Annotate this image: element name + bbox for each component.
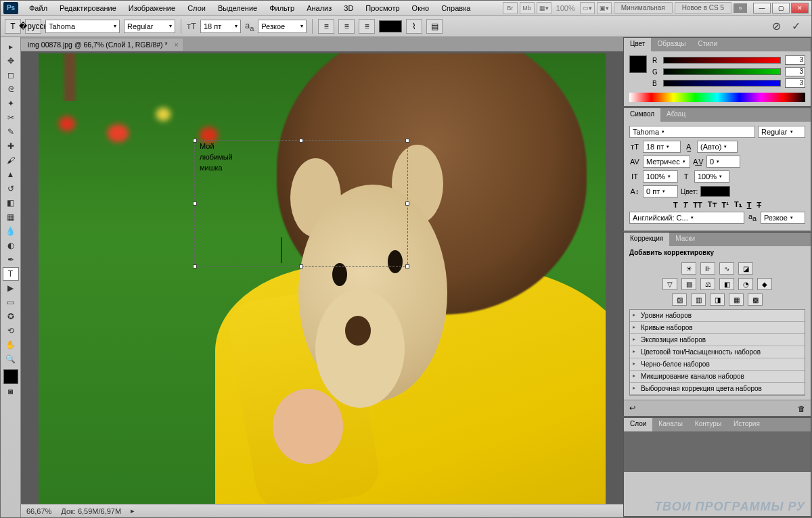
tab-adjustments[interactable]: Коррекция (624, 233, 669, 246)
document-tab[interactable]: img 00878.jpg @ 66,7% (Слой 1, RGB/8#) * (21, 39, 183, 51)
menu-edit[interactable]: Редактирование (54, 2, 122, 14)
r-value[interactable]: 3 (785, 55, 805, 65)
char-tracking-select[interactable]: 0 (706, 156, 740, 168)
adj-invert-icon[interactable]: ▨ (672, 293, 687, 306)
dodge-tool[interactable]: ◐ (3, 239, 19, 252)
menu-select[interactable]: Выделение (212, 2, 263, 14)
warp-text-button[interactable]: ⌇ (406, 19, 422, 34)
heal-tool[interactable]: ✚ (3, 139, 19, 153)
adj-bw-icon[interactable]: ◧ (719, 278, 734, 290)
tab-history[interactable]: История (727, 418, 766, 431)
color-fg-swatch[interactable] (629, 55, 647, 73)
g-slider[interactable] (663, 68, 781, 75)
tab-layers[interactable]: Слои (624, 418, 652, 431)
menu-file[interactable]: Файл (24, 2, 53, 14)
minimize-button[interactable]: — (753, 3, 771, 14)
menu-layers[interactable]: Слои (182, 2, 211, 14)
workspace-cs5[interactable]: Новое в CS 5 (675, 2, 731, 14)
b-value[interactable]: 3 (785, 78, 805, 88)
eyedropper-tool[interactable]: ✎ (3, 125, 19, 139)
r-slider[interactable] (663, 57, 781, 64)
menu-3d[interactable]: 3D (338, 2, 359, 14)
char-color-swatch[interactable] (700, 186, 730, 197)
zoom-readout[interactable]: 100% (554, 4, 578, 12)
font-weight-select[interactable]: Regular (124, 20, 175, 33)
tab-styles[interactable]: Стили (692, 38, 723, 51)
allcaps[interactable]: TT (693, 201, 702, 209)
maximize-button[interactable]: ▢ (772, 3, 790, 14)
preset-hue[interactable]: Цветовой тон/Насыщенность наборов (630, 346, 805, 358)
font-size-select[interactable]: 18 пт (200, 20, 241, 33)
tab-swatches[interactable]: Образцы (651, 38, 692, 51)
hand-tool[interactable]: ✋ (3, 338, 19, 352)
preset-curves[interactable]: Кривые наборов (630, 322, 805, 334)
char-vscale[interactable]: 100% (643, 170, 678, 183)
fg-bg-swatch[interactable] (3, 369, 18, 384)
adj-brightness-icon[interactable]: ☀ (681, 262, 696, 275)
cancel-edit-icon[interactable]: ⊘ (772, 20, 781, 32)
tab-color[interactable]: Цвет (624, 38, 651, 51)
commit-edit-icon[interactable]: ✓ (792, 20, 800, 32)
preset-levels[interactable]: Уровни наборов (630, 310, 805, 322)
superscript[interactable]: T¹ (722, 201, 729, 209)
zoom-tool[interactable]: 🔍 (3, 352, 19, 366)
menu-image[interactable]: Изображение (123, 2, 181, 14)
strikethrough[interactable]: T (757, 201, 761, 209)
adj-mixer-icon[interactable]: ◆ (757, 278, 772, 290)
menu-view[interactable]: Просмотр (360, 2, 405, 14)
g-value[interactable]: 3 (785, 67, 805, 76)
preset-bw[interactable]: Черно-белое наборов (630, 358, 805, 371)
char-hscale[interactable]: 100% (694, 170, 729, 183)
adj-exposure-icon[interactable]: ◪ (738, 262, 753, 275)
char-lang-select[interactable]: Английский: С... (629, 212, 744, 224)
menu-help[interactable]: Справка (436, 2, 476, 14)
zoom-field[interactable]: 66,67% (26, 507, 51, 515)
adj-hue-icon[interactable]: ▤ (681, 278, 696, 290)
adj-levels-icon[interactable]: ⊪ (700, 262, 715, 275)
spectrum-ramp[interactable] (629, 93, 805, 102)
menu-filter[interactable]: Фильтр (264, 2, 300, 14)
lasso-tool[interactable]: ᘓ (3, 83, 19, 96)
tab-masks[interactable]: Маски (669, 233, 701, 246)
type-tool[interactable]: T (3, 267, 19, 281)
screenmode-icon[interactable]: ▣▾ (597, 2, 612, 14)
pen-tool[interactable]: ✒ (3, 253, 19, 266)
align-right-button[interactable]: ≡ (359, 19, 375, 34)
preset-mixer[interactable]: Микширование каналов наборов (630, 371, 805, 383)
crop-tool[interactable]: ✂ (3, 111, 19, 124)
adj-poster-icon[interactable]: ▥ (691, 293, 706, 306)
antialias-select[interactable]: Резкое (258, 20, 307, 33)
char-panel-button[interactable]: ▤ (426, 19, 443, 34)
subscript[interactable]: T₁ (734, 200, 742, 209)
char-kerning-select[interactable]: Метричес (643, 156, 690, 168)
smallcaps[interactable]: Tᴛ (708, 200, 717, 209)
blur-tool[interactable]: 💧 (3, 225, 19, 238)
text-layer-content[interactable]: Мойлюбимыймишка (200, 141, 233, 174)
orientation-toggle[interactable]: �русск (25, 19, 41, 34)
path-select-tool[interactable]: ▶ (3, 281, 19, 295)
adj-curves-icon[interactable]: ∿ (719, 262, 734, 275)
3d-camera-tool[interactable]: ⟲ (3, 324, 19, 337)
menu-window[interactable]: Окно (407, 2, 435, 14)
move-tool[interactable]: ✥ (3, 54, 19, 68)
tab-paths[interactable]: Контуры (689, 418, 727, 431)
adj-gradmap-icon[interactable]: ▦ (729, 293, 744, 306)
adjust-trash-icon[interactable]: 🗑 (798, 404, 805, 413)
3d-tool[interactable]: ✪ (3, 310, 19, 323)
char-weight-select[interactable]: Regular (758, 126, 805, 138)
char-leading-select[interactable]: (Авто) (697, 141, 738, 153)
font-family-select[interactable]: Tahoma (45, 20, 120, 33)
workspace-more-icon[interactable]: » (734, 3, 747, 13)
text-color-swatch[interactable] (379, 20, 402, 32)
minibridge-icon[interactable]: Mb (520, 2, 535, 14)
gradient-tool[interactable]: ▦ (3, 210, 19, 224)
wand-tool[interactable]: ✦ (3, 97, 19, 110)
char-baseline[interactable]: 0 пт (643, 185, 678, 197)
b-slider[interactable] (663, 80, 781, 87)
align-center-button[interactable]: ≡ (338, 19, 355, 34)
marquee-tool[interactable]: ◻ (3, 68, 19, 82)
arrange-icon[interactable]: ▭▾ (580, 2, 595, 14)
doc-size-readout[interactable]: Док: 6,59M/6,97M (61, 507, 121, 515)
eraser-tool[interactable]: ◧ (3, 196, 19, 210)
adj-threshold-icon[interactable]: ◨ (710, 293, 725, 306)
